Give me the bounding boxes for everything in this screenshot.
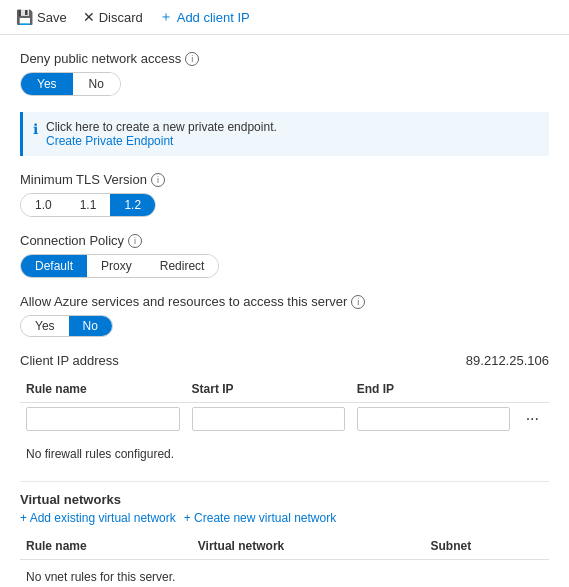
deny-public-access-section: Deny public network access i Yes No bbox=[20, 51, 549, 96]
connection-policy-label: Connection Policy i bbox=[20, 233, 549, 248]
discard-button[interactable]: ✕ Discard bbox=[83, 9, 143, 25]
tls-section: Minimum TLS Version i 1.0 1.1 1.2 bbox=[20, 172, 549, 217]
tls-1-2-button[interactable]: 1.2 bbox=[110, 194, 155, 216]
toolbar: 💾 Save ✕ Discard ＋ Add client IP bbox=[0, 0, 569, 35]
client-ip-label: Client IP address bbox=[20, 353, 119, 368]
end-ip-cell bbox=[351, 403, 516, 436]
save-button[interactable]: 💾 Save bbox=[16, 9, 67, 25]
connection-policy-info-icon[interactable]: i bbox=[128, 234, 142, 248]
policy-proxy-button[interactable]: Proxy bbox=[87, 255, 146, 277]
col-actions bbox=[516, 378, 549, 403]
add-client-ip-button[interactable]: ＋ Add client IP bbox=[159, 8, 250, 26]
main-content: Deny public network access i Yes No ℹ Cl… bbox=[0, 35, 569, 587]
allow-azure-toggle: Yes No bbox=[20, 315, 113, 337]
create-private-endpoint-link[interactable]: Create Private Endpoint bbox=[46, 134, 173, 148]
vnet-section-title: Virtual networks bbox=[20, 492, 549, 507]
col-start-ip: Start IP bbox=[186, 378, 351, 403]
firewall-table-header: Rule name Start IP End IP bbox=[20, 378, 549, 403]
allow-azure-section: Allow Azure services and resources to ac… bbox=[20, 294, 549, 337]
tls-label: Minimum TLS Version i bbox=[20, 172, 549, 187]
rule-name-input[interactable] bbox=[26, 407, 180, 431]
allow-azure-label: Allow Azure services and resources to ac… bbox=[20, 294, 549, 309]
no-vnet-rules-text: No vnet rules for this server. bbox=[20, 568, 549, 586]
deny-public-access-label: Deny public network access i bbox=[20, 51, 549, 66]
firewall-table: Rule name Start IP End IP ··· bbox=[20, 378, 549, 435]
deny-public-info-icon[interactable]: i bbox=[185, 52, 199, 66]
tls-1-1-button[interactable]: 1.1 bbox=[66, 194, 111, 216]
deny-public-no-button[interactable]: No bbox=[73, 73, 120, 95]
vnet-links: + Add existing virtual network + Create … bbox=[20, 511, 549, 525]
save-label: Save bbox=[37, 10, 67, 25]
vnet-col-vnet: Virtual network bbox=[192, 535, 425, 560]
client-ip-value: 89.212.25.106 bbox=[466, 353, 549, 368]
start-ip-input[interactable] bbox=[192, 407, 345, 431]
col-rule-name: Rule name bbox=[20, 378, 186, 403]
discard-icon: ✕ bbox=[83, 9, 95, 25]
col-end-ip: End IP bbox=[351, 378, 516, 403]
tls-info-icon[interactable]: i bbox=[151, 173, 165, 187]
tls-1-0-button[interactable]: 1.0 bbox=[21, 194, 66, 216]
vnet-col-subnet: Subnet bbox=[425, 535, 550, 560]
deny-public-access-text: Deny public network access bbox=[20, 51, 181, 66]
client-ip-row: Client IP address 89.212.25.106 bbox=[20, 353, 549, 368]
tls-label-text: Minimum TLS Version bbox=[20, 172, 147, 187]
row-actions-cell: ··· bbox=[516, 403, 549, 436]
firewall-table-body: ··· bbox=[20, 403, 549, 436]
rule-name-cell bbox=[20, 403, 186, 436]
row-more-button[interactable]: ··· bbox=[522, 408, 543, 430]
end-ip-input[interactable] bbox=[357, 407, 510, 431]
deny-public-access-toggle: Yes No bbox=[20, 72, 121, 96]
firewall-table-row: ··· bbox=[20, 403, 549, 436]
deny-public-yes-button[interactable]: Yes bbox=[21, 73, 73, 95]
vnet-table-header: Rule name Virtual network Subnet bbox=[20, 535, 549, 560]
info-icon: ℹ bbox=[33, 121, 38, 137]
policy-redirect-button[interactable]: Redirect bbox=[146, 255, 219, 277]
connection-policy-toggle: Default Proxy Redirect bbox=[20, 254, 219, 278]
connection-policy-section: Connection Policy i Default Proxy Redire… bbox=[20, 233, 549, 278]
create-new-vnet-link[interactable]: + Create new virtual network bbox=[184, 511, 336, 525]
banner-text: Click here to create a new private endpo… bbox=[46, 120, 277, 134]
vnet-col-rule-name: Rule name bbox=[20, 535, 192, 560]
add-client-ip-label: Add client IP bbox=[177, 10, 250, 25]
start-ip-cell bbox=[186, 403, 351, 436]
save-icon: 💾 bbox=[16, 9, 33, 25]
no-firewall-rules-text: No firewall rules configured. bbox=[20, 443, 549, 465]
allow-azure-no-button[interactable]: No bbox=[69, 316, 112, 336]
add-existing-vnet-link[interactable]: + Add existing virtual network bbox=[20, 511, 176, 525]
private-endpoint-banner: ℹ Click here to create a new private end… bbox=[20, 112, 549, 156]
connection-policy-label-text: Connection Policy bbox=[20, 233, 124, 248]
divider bbox=[20, 481, 549, 482]
discard-label: Discard bbox=[99, 10, 143, 25]
allow-azure-label-text: Allow Azure services and resources to ac… bbox=[20, 294, 347, 309]
tls-toggle: 1.0 1.1 1.2 bbox=[20, 193, 156, 217]
allow-azure-yes-button[interactable]: Yes bbox=[21, 316, 69, 336]
policy-default-button[interactable]: Default bbox=[21, 255, 87, 277]
allow-azure-info-icon[interactable]: i bbox=[351, 295, 365, 309]
banner-content: Click here to create a new private endpo… bbox=[46, 120, 277, 148]
virtual-networks-section: Virtual networks + Add existing virtual … bbox=[20, 492, 549, 586]
add-icon: ＋ bbox=[159, 8, 173, 26]
vnet-table: Rule name Virtual network Subnet bbox=[20, 535, 549, 560]
